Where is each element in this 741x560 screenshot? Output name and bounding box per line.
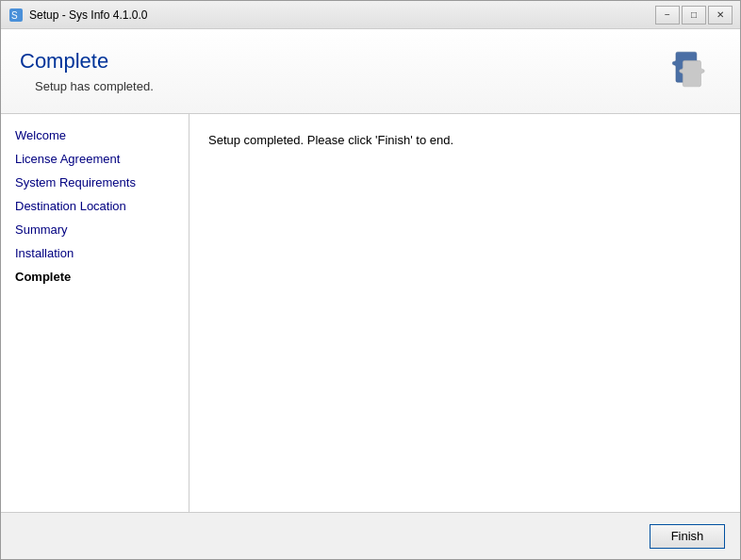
sidebar-item-installation[interactable]: Installation bbox=[1, 241, 189, 265]
svg-text:S: S bbox=[11, 10, 18, 21]
sidebar-item-license[interactable]: License Agreement bbox=[1, 147, 189, 171]
setup-window: S Setup - Sys Info 4.1.0.0 − □ ✕ Complet… bbox=[0, 0, 741, 560]
puzzle-icon bbox=[665, 43, 721, 100]
header-title: Complete bbox=[20, 49, 721, 74]
sidebar-item-requirements[interactable]: System Requirements bbox=[1, 171, 189, 194]
header-section: Complete Setup has completed. bbox=[1, 29, 740, 114]
sidebar-item-complete: Complete bbox=[1, 265, 189, 288]
close-button[interactable]: ✕ bbox=[708, 6, 733, 25]
footer: Finish bbox=[1, 512, 740, 559]
title-bar-buttons: − □ ✕ bbox=[655, 6, 733, 25]
main-area: WelcomeLicense AgreementSystem Requireme… bbox=[1, 114, 740, 512]
finish-button[interactable]: Finish bbox=[650, 524, 725, 549]
sidebar-item-destination[interactable]: Destination Location bbox=[1, 194, 189, 218]
content-pane: Setup completed. Please click 'Finish' t… bbox=[189, 114, 740, 512]
window-title: Setup - Sys Info 4.1.0.0 bbox=[29, 8, 655, 22]
maximize-button[interactable]: □ bbox=[682, 6, 706, 25]
sidebar-item-summary[interactable]: Summary bbox=[1, 218, 189, 241]
header-subtitle: Setup has completed. bbox=[20, 79, 721, 93]
title-bar: S Setup - Sys Info 4.1.0.0 − □ ✕ bbox=[1, 1, 740, 29]
app-icon: S bbox=[8, 8, 24, 23]
minimize-button[interactable]: − bbox=[655, 6, 680, 25]
sidebar: WelcomeLicense AgreementSystem Requireme… bbox=[1, 114, 189, 512]
header-text: Complete Setup has completed. bbox=[20, 49, 721, 93]
sidebar-item-welcome[interactable]: Welcome bbox=[1, 124, 189, 147]
completion-message: Setup completed. Please click 'Finish' t… bbox=[208, 133, 721, 147]
